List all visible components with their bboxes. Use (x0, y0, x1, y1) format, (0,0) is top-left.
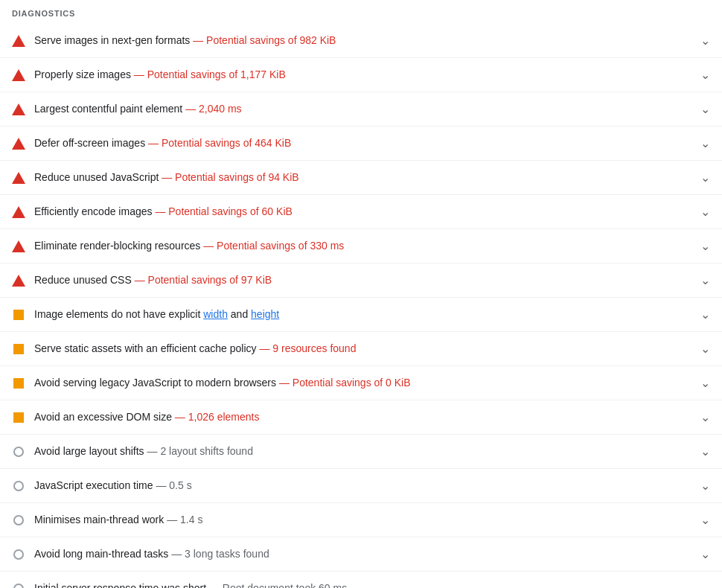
audit-text: Reduce unused JavaScript — Potential sav… (34, 170, 694, 185)
red-triangle-icon (12, 34, 25, 48)
grey-circle-icon (12, 445, 25, 458)
red-triangle-icon (12, 103, 25, 116)
audit-text: Avoid serving legacy JavaScript to moder… (34, 375, 694, 391)
audit-text: Minimises main-thread work — 1.4 s (34, 512, 694, 528)
audit-item-encode-images[interactable]: Efficiently encode images — Potential sa… (0, 195, 722, 229)
audit-text: Image elements do not have explicit widt… (34, 307, 694, 322)
chevron-down-icon: ⌄ (700, 68, 710, 82)
chevron-down-icon: ⌄ (700, 136, 710, 150)
audit-item-defer-offscreen[interactable]: Defer off-screen images — Potential savi… (0, 127, 722, 161)
audit-item-next-gen-formats[interactable]: Serve images in next-gen formats — Poten… (0, 24, 722, 58)
audit-item-unused-css[interactable]: Reduce unused CSS — Potential savings of… (0, 263, 722, 298)
chevron-down-icon: ⌄ (700, 376, 710, 390)
audit-text: Avoid large layout shifts — 2 layout shi… (34, 444, 694, 459)
chevron-down-icon: ⌄ (700, 581, 710, 588)
audit-text: Reduce unused CSS — Potential savings of… (34, 272, 694, 288)
red-triangle-icon (12, 205, 25, 219)
red-triangle-icon (12, 68, 25, 82)
audit-text: Largest contentful paint element — 2,040… (34, 101, 694, 117)
audit-text: JavaScript execution time — 0.5 s (34, 478, 694, 493)
audit-item-dom-size[interactable]: Avoid an excessive DOM size — 1,026 elem… (0, 400, 722, 435)
audit-text: Avoid an excessive DOM size — 1,026 elem… (34, 409, 694, 425)
chevron-down-icon: ⌄ (700, 307, 710, 322)
chevron-down-icon: ⌄ (700, 170, 710, 185)
chevron-down-icon: ⌄ (700, 444, 710, 458)
red-triangle-icon (12, 137, 25, 150)
audit-text: Properly size images — Potential savings… (34, 67, 694, 83)
audit-item-properly-size-images[interactable]: Properly size images — Potential savings… (0, 58, 722, 92)
audit-item-unused-js[interactable]: Reduce unused JavaScript — Potential sav… (0, 161, 722, 195)
chevron-down-icon: ⌄ (700, 239, 710, 253)
audit-text: Serve static assets with an efficient ca… (34, 341, 694, 357)
audit-text: Avoid long main-thread tasks — 3 long ta… (34, 546, 694, 562)
diagnostics-section: DIAGNOSTICS Serve images in next-gen for… (0, 0, 722, 588)
chevron-down-icon: ⌄ (700, 513, 710, 527)
red-triangle-icon (12, 171, 25, 185)
grey-circle-icon (12, 548, 25, 561)
red-triangle-icon (12, 274, 25, 287)
audit-item-layout-shifts[interactable]: Avoid large layout shifts — 2 layout shi… (0, 435, 722, 469)
orange-square-icon (12, 308, 25, 322)
audit-item-cache-policy[interactable]: Serve static assets with an efficient ca… (0, 332, 722, 366)
audit-item-js-execution[interactable]: JavaScript execution time — 0.5 s ⌄ (0, 469, 722, 503)
audit-text: Initial server response time was short —… (34, 581, 694, 588)
chevron-down-icon: ⌄ (700, 33, 710, 48)
red-triangle-icon (12, 240, 25, 253)
grey-circle-icon (12, 479, 25, 493)
audit-item-image-dimensions[interactable]: Image elements do not have explicit widt… (0, 298, 722, 332)
grey-circle-icon (12, 514, 25, 527)
orange-square-icon (12, 377, 25, 390)
chevron-down-icon: ⌄ (700, 102, 710, 116)
diagnostics-header: DIAGNOSTICS (0, 0, 722, 24)
audit-item-long-tasks[interactable]: Avoid long main-thread tasks — 3 long ta… (0, 537, 722, 572)
chevron-down-icon: ⌄ (700, 410, 710, 424)
grey-circle-icon (12, 582, 25, 589)
orange-square-icon (12, 411, 25, 424)
audit-item-legacy-js[interactable]: Avoid serving legacy JavaScript to moder… (0, 366, 722, 400)
audit-item-main-thread-work[interactable]: Minimises main-thread work — 1.4 s ⌄ (0, 503, 722, 537)
audit-text: Serve images in next-gen formats — Poten… (34, 33, 694, 48)
audit-text: Efficiently encode images — Potential sa… (34, 204, 694, 220)
audit-item-server-response[interactable]: Initial server response time was short —… (0, 572, 722, 588)
audit-item-render-blocking[interactable]: Eliminate render-blocking resources — Po… (0, 229, 722, 263)
audit-item-lcp[interactable]: Largest contentful paint element — 2,040… (0, 92, 722, 127)
audit-text: Defer off-screen images — Potential savi… (34, 135, 694, 151)
audit-list: Serve images in next-gen formats — Poten… (0, 24, 722, 588)
chevron-down-icon: ⌄ (700, 205, 710, 219)
chevron-down-icon: ⌄ (700, 547, 710, 561)
chevron-down-icon: ⌄ (700, 273, 710, 287)
chevron-down-icon: ⌄ (700, 479, 710, 493)
audit-text: Eliminate render-blocking resources — Po… (34, 238, 694, 254)
chevron-down-icon: ⌄ (700, 342, 710, 356)
orange-square-icon (12, 342, 25, 356)
